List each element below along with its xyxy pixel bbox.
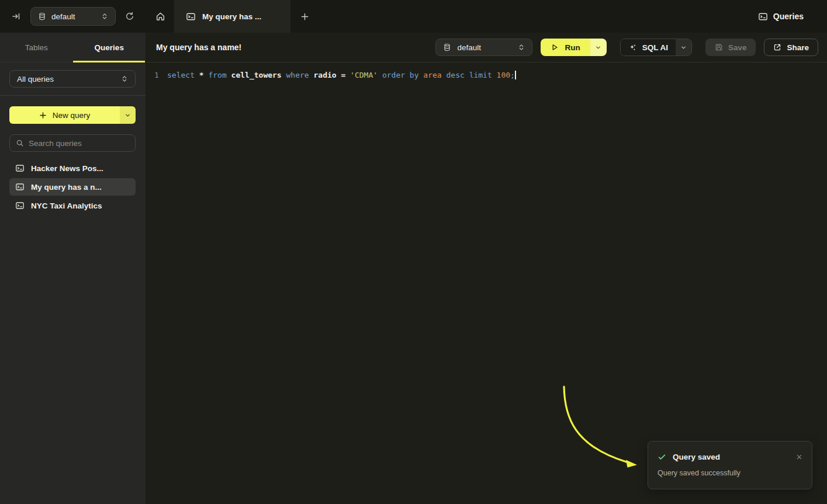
sparkles-icon	[628, 43, 637, 52]
chevron-down-icon	[124, 112, 131, 119]
sql-ai-main[interactable]: SQL AI	[621, 39, 676, 55]
query-item-label: NYC Taxi Analytics	[31, 201, 102, 210]
query-title: My query has a name!	[156, 43, 241, 52]
run-label: Run	[565, 43, 580, 52]
chevron-down-icon	[680, 44, 687, 51]
sql-editor[interactable]: 1 select * from cell_towers where radio …	[146, 62, 827, 504]
query-list-item-hacker-news[interactable]: Hacker News Pos...	[9, 159, 136, 177]
toast-query-saved: Query saved Query saved successfully	[648, 441, 812, 489]
toolbar-actions: default Run	[435, 39, 818, 56]
text-cursor	[515, 71, 516, 79]
home-icon	[155, 12, 165, 22]
sql-ai-dropdown[interactable]	[676, 39, 691, 55]
tab-tables[interactable]: Tables	[0, 33, 73, 62]
new-query-label: New query	[53, 111, 91, 120]
save-button[interactable]: Save	[705, 39, 756, 56]
new-query-main[interactable]: New query	[9, 106, 120, 124]
tab-title: My query has ...	[202, 12, 261, 21]
query-terminal-icon	[15, 164, 25, 173]
header-database-value: default	[51, 12, 75, 21]
tab-strip: My query has ...	[146, 0, 758, 33]
new-tab-button[interactable]	[290, 0, 319, 33]
toast-message: Query saved successfully	[658, 469, 802, 477]
database-icon	[38, 12, 46, 20]
new-query-dropdown[interactable]	[120, 106, 136, 124]
query-list: Hacker News Pos... My query has a n... N…	[9, 159, 136, 214]
toolbar-database-value: default	[457, 43, 481, 52]
sql-ai-label: SQL AI	[642, 43, 668, 52]
app-window: default My query has ..	[0, 0, 827, 504]
code-line-1[interactable]: 1 select * from cell_towers where radio …	[146, 69, 827, 81]
chevron-down-icon	[595, 44, 601, 51]
query-item-label: Hacker News Pos...	[31, 164, 103, 173]
sidebar-divider	[0, 95, 146, 96]
search-icon	[16, 139, 24, 147]
body: Tables Queries All queries New qu	[0, 33, 827, 504]
header-queries-link[interactable]: Queries	[758, 0, 827, 33]
refresh-button[interactable]	[122, 8, 138, 25]
share-button[interactable]: Share	[764, 39, 818, 56]
check-icon	[658, 453, 666, 461]
search-queries-box	[9, 134, 136, 152]
plus-icon	[300, 12, 309, 21]
sql-ai-button[interactable]: SQL AI	[620, 39, 692, 56]
sidebar-tabs: Tables Queries	[0, 33, 146, 62]
new-query-button[interactable]: New query	[9, 106, 136, 124]
code-content: select * from cell_towers where radio = …	[167, 71, 515, 79]
database-icon	[443, 43, 451, 51]
plus-icon	[39, 112, 47, 119]
queries-terminal-icon	[758, 12, 768, 22]
tab-queries[interactable]: Queries	[73, 33, 146, 62]
chevron-updown-icon	[518, 44, 525, 51]
main-panel: My query has a name! default	[146, 33, 827, 504]
query-filter-select[interactable]: All queries	[9, 70, 136, 88]
header-database-selector[interactable]: default	[30, 7, 116, 26]
query-item-label: My query has a n...	[31, 183, 102, 192]
header-left-controls: default	[0, 0, 146, 33]
sidebar: Tables Queries All queries New qu	[0, 33, 146, 504]
query-filter-value: All queries	[17, 75, 54, 84]
chevron-updown-icon	[121, 75, 128, 82]
run-button-main[interactable]: Run	[541, 39, 590, 56]
save-label: Save	[728, 43, 747, 52]
collapse-sidebar-button[interactable]	[8, 8, 25, 25]
query-list-item-nyc-taxi[interactable]: NYC Taxi Analytics	[9, 197, 136, 214]
play-icon	[551, 43, 559, 51]
query-toolbar: My query has a name! default	[146, 33, 827, 62]
queries-link-label: Queries	[773, 12, 804, 21]
run-button[interactable]: Run	[541, 39, 606, 56]
refresh-icon	[125, 12, 134, 21]
toast-header: Query saved	[658, 453, 802, 461]
save-icon	[715, 43, 723, 51]
sidebar-content: All queries New query	[0, 62, 146, 214]
query-terminal-icon	[15, 201, 25, 210]
home-button[interactable]	[146, 0, 174, 33]
search-queries-input[interactable]	[29, 139, 129, 148]
line-number: 1	[146, 71, 167, 79]
top-header: default My query has ..	[0, 0, 827, 33]
query-terminal-icon	[186, 12, 196, 22]
run-dropdown[interactable]	[590, 39, 607, 56]
toolbar-database-selector[interactable]: default	[435, 39, 532, 56]
share-icon	[773, 43, 781, 51]
share-label: Share	[787, 43, 809, 52]
tab-my-query[interactable]: My query has ...	[174, 0, 290, 33]
close-icon[interactable]	[796, 454, 802, 460]
query-terminal-icon	[15, 182, 25, 192]
collapse-sidebar-icon	[12, 12, 21, 21]
query-list-item-my-query[interactable]: My query has a n...	[9, 178, 136, 196]
toast-title: Query saved	[673, 453, 720, 461]
chevron-updown-icon	[101, 13, 108, 20]
